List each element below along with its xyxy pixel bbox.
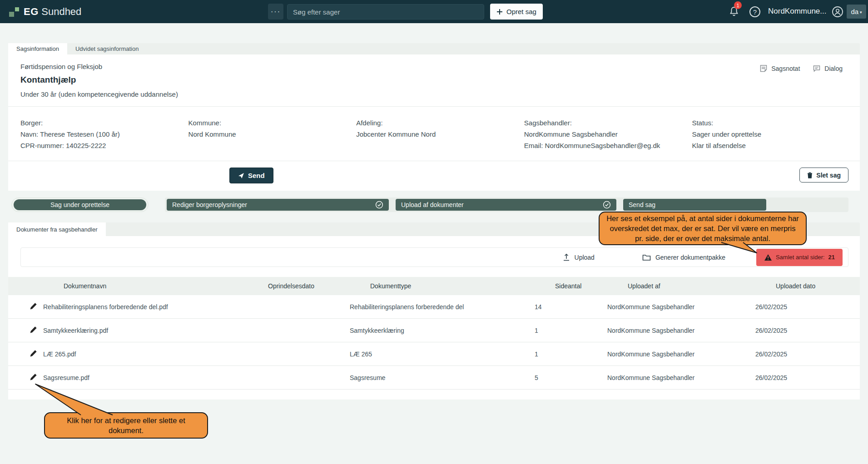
documents-card: Upload Generer dokumentpakke Samlet anta…	[8, 236, 860, 400]
sagsbehandler-name: NordKommune Sagsbehandler	[524, 129, 692, 140]
tab-sagsinformation[interactable]: Sagsinformation	[8, 43, 67, 54]
generate-package-label: Generer dokumentpakke	[655, 254, 725, 261]
dialog-button[interactable]: Dialog	[813, 64, 843, 73]
table-row: Samtykkeerklæring.pdf Samtykkeerklæring …	[8, 319, 860, 342]
sagsbehandler-label: Sagsbehandler:	[524, 118, 692, 128]
person-icon	[832, 6, 843, 18]
edit-document-button[interactable]	[29, 325, 38, 336]
pencil-icon	[30, 326, 37, 334]
language-label: da	[851, 8, 858, 15]
chat-icon	[813, 64, 821, 73]
step-label: Send sag	[629, 201, 655, 208]
upload-icon	[563, 253, 570, 261]
notification-count-badge: 1	[734, 1, 742, 9]
check-circle-icon	[375, 201, 383, 209]
pages-warning-label: Samlet antal sider:	[776, 254, 825, 261]
col-oprindelsesdato: Oprindelsesdato	[268, 282, 370, 290]
table-row: Sagsresume.pdf Sagsresume 5 NordKommune …	[8, 366, 860, 390]
note-icon	[759, 64, 768, 73]
organisation-label: NordKommune...	[768, 7, 827, 16]
afdeling-label: Afdeling:	[356, 118, 524, 128]
kommune-label: Kommune:	[188, 118, 357, 128]
edit-document-button[interactable]	[29, 349, 38, 360]
doc-pages: 1	[535, 327, 607, 334]
search-input[interactable]	[287, 4, 484, 20]
case-info-row: Borger: Navn: Therese Testesen (100 år) …	[8, 107, 860, 152]
doc-type: Samtykkeerklæring	[350, 327, 535, 334]
doc-uploaded-date: 26/02/2025	[755, 374, 860, 381]
pencil-icon	[30, 302, 37, 310]
workflow-bar: Sag under oprettelse Rediger borgeroplys…	[0, 197, 868, 212]
notifications-button[interactable]: 1	[729, 5, 742, 19]
kommune-value: Nord Kommune	[188, 129, 357, 140]
brand-name-bold: EG	[24, 6, 39, 17]
folder-icon	[642, 254, 651, 261]
doc-name: Samtykkeerklæring.pdf	[43, 327, 248, 334]
delete-case-button[interactable]: Slet sag	[799, 168, 848, 183]
doc-pages: 5	[535, 374, 607, 381]
generate-package-button[interactable]: Generer dokumentpakke	[642, 254, 725, 261]
info-col-status: Status: Sager under oprettelse Klar til …	[692, 118, 860, 152]
annotation-pages-callout: Her ses et eksempel på, at antal sider i…	[599, 212, 807, 245]
more-menu-button[interactable]: ···	[268, 4, 283, 20]
step-label: Upload af dokumenter	[401, 201, 464, 208]
info-col-borger: Borger: Navn: Therese Testesen (100 år) …	[20, 118, 188, 152]
status-line2: Klar til afsendelse	[692, 140, 860, 151]
tab-dokumenter-fra-sagsbehandler[interactable]: Dokumenter fra sagsbehandler	[8, 222, 106, 236]
help-button[interactable]: ?	[749, 6, 760, 17]
documents-table: Dokumentnavn Oprindelsesdato Dokumenttyp…	[8, 277, 860, 390]
doc-uploaded-by: NordKommune Sagsbehandler	[607, 303, 755, 311]
top-bar: EG Sundhed ··· Opret sag 1 ? NordKommune…	[0, 0, 868, 23]
step-upload-af-dokumenter[interactable]: Upload af dokumenter	[396, 199, 616, 211]
tab-udvidet-sagsinformation[interactable]: Udvidet sagsinformation	[67, 43, 147, 54]
afdeling-value: Jobcenter Kommune Nord	[356, 129, 524, 140]
dialog-label: Dialog	[824, 65, 843, 72]
table-row: Rehabiliteringsplanens forberedende del.…	[8, 295, 860, 319]
doc-uploaded-date: 26/02/2025	[755, 350, 860, 358]
trash-icon	[807, 172, 813, 178]
col-uploadet-dato: Uploadet dato	[776, 282, 860, 290]
borger-label: Borger:	[20, 118, 188, 128]
pencil-icon	[30, 350, 37, 357]
col-dokumentnavn: Dokumentnavn	[64, 282, 268, 290]
step-rediger-borgeroplysninger[interactable]: Rediger borgeroplysninger	[167, 199, 389, 211]
edit-document-button[interactable]	[29, 301, 38, 312]
doc-uploaded-date: 26/02/2025	[755, 303, 860, 311]
question-mark-icon: ?	[753, 8, 757, 16]
step-label: Rediger borgeroplysninger	[172, 201, 247, 208]
doc-name: Rehabiliteringsplanens forberedende del.…	[43, 303, 248, 311]
case-note-button[interactable]: Sagsnotat	[759, 64, 800, 73]
app-window: EG Sundhed ··· Opret sag 1 ? NordKommune…	[0, 0, 868, 464]
doc-pages: 1	[535, 350, 607, 358]
case-status-pill[interactable]: Sag under oprettelse	[14, 199, 146, 210]
pages-warning-value: 21	[828, 254, 835, 261]
edit-document-button[interactable]	[29, 372, 38, 383]
doc-uploaded-date: 26/02/2025	[755, 327, 860, 334]
send-button[interactable]: Send	[229, 168, 273, 183]
case-note-label: Sagsnotat	[771, 65, 800, 72]
pages-warning-badge: Samlet antal sider: 21	[756, 249, 843, 266]
doc-uploaded-by: NordKommune Sagsbehandler	[607, 374, 755, 381]
status-label: Status:	[692, 118, 860, 128]
col-sideantal: Sideantal	[555, 282, 628, 290]
sagsbehandler-email: Email: NordKommuneSagsbehandler@eg.dk	[524, 140, 692, 151]
upload-label: Upload	[575, 254, 595, 261]
info-col-sagsbehandler: Sagsbehandler: NordKommune Sagsbehandler…	[524, 118, 692, 152]
delete-case-label: Slet sag	[816, 172, 841, 179]
table-header: Dokumentnavn Oprindelsesdato Dokumenttyp…	[8, 277, 860, 295]
documents-toolbar: Upload Generer dokumentpakke Samlet anta…	[20, 247, 848, 267]
case-card: Førtidspension og Fleksjob Kontanthjælp …	[8, 54, 860, 191]
status-line1: Sager under oprettelse	[692, 129, 860, 140]
step-send-sag[interactable]: Send sag	[623, 199, 766, 211]
borger-name: Navn: Therese Testesen (100 år)	[20, 129, 188, 140]
user-account-button[interactable]	[832, 6, 843, 18]
send-label: Send	[248, 172, 265, 179]
info-col-afdeling: Afdeling: Jobcenter Kommune Nord	[356, 118, 524, 152]
doc-type: LÆ 265	[350, 350, 535, 358]
language-selector[interactable]: da ▾	[847, 5, 866, 19]
doc-uploaded-by: NordKommune Sagsbehandler	[607, 350, 755, 358]
upload-button[interactable]: Upload	[563, 253, 595, 261]
doc-type: Sagsresume	[350, 374, 535, 381]
case-status-pill-container: Sag under oprettelse	[11, 197, 149, 212]
create-case-button[interactable]: Opret sag	[490, 4, 543, 20]
